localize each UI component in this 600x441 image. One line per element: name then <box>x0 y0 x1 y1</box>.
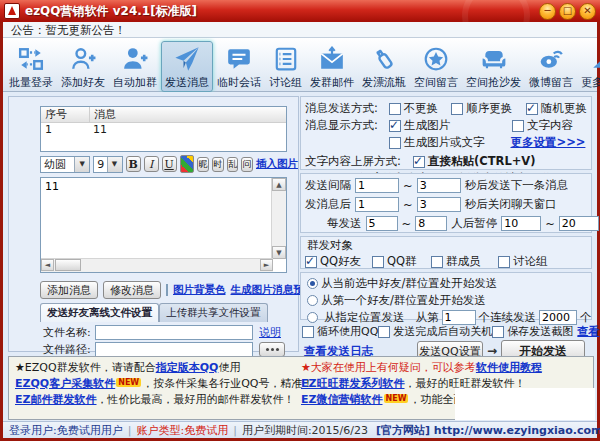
message-actions: 添加消息 修改消息 图片背景色 生成图片消息预览 <box>40 281 296 299</box>
checkbox-sequential[interactable] <box>451 103 463 115</box>
tab-offline-file[interactable]: 发送好友离线文件设置 <box>40 303 159 322</box>
message-editor-box: 11 ▲ ▼ ◄ ► <box>40 177 287 273</box>
tutorial-link[interactable]: 软件使用教程 <box>476 361 542 374</box>
bold-button[interactable]: B <box>126 156 141 172</box>
tilde: ~ <box>403 179 413 193</box>
checkbox-recycle-qq[interactable] <box>302 326 314 338</box>
minimize-button[interactable]: ─ <box>539 3 556 20</box>
tab-group-share[interactable]: 上传群共享文件设置 <box>159 303 268 322</box>
checkbox-qq-groups[interactable] <box>372 256 384 268</box>
modify-message-button[interactable]: 修改消息 <box>103 281 161 299</box>
pause-n1-input[interactable] <box>366 216 398 231</box>
toolbar-qzone-sofa[interactable]: 空间抢沙发 <box>462 41 525 92</box>
chevron-down-icon[interactable]: ▼ <box>74 157 89 172</box>
scroll-left-icon[interactable]: ◄ <box>41 259 54 271</box>
file-name-input[interactable] <box>95 325 253 340</box>
option-label: 随机更换 <box>541 101 587 116</box>
editor-vscrollbar[interactable]: ▲ ▼ <box>271 178 286 259</box>
toolbar-qzone-message[interactable]: 空间留言 <box>410 41 462 92</box>
pause-sec-max-input[interactable] <box>559 216 599 231</box>
close-button[interactable]: ✕ <box>579 3 596 20</box>
font-family-value: 幼圆 <box>41 157 74 172</box>
checkbox-save-screenshot[interactable] <box>492 326 504 338</box>
toolbar-group-mail[interactable]: 发群邮件 <box>306 41 358 92</box>
pause-n2-input[interactable] <box>415 216 447 231</box>
font-family-select[interactable]: 幼圆 ▼ <box>40 156 90 173</box>
pause-sec-min-input[interactable] <box>501 216 541 231</box>
insert-image-link[interactable]: 插入图片 <box>256 157 298 171</box>
insert-nick-button[interactable]: 昵 <box>197 157 209 172</box>
close-min-input[interactable] <box>355 197 399 212</box>
login-user-status: 登录用户:免费试用用户 <box>9 423 123 438</box>
file-help-link[interactable]: 说明 <box>259 325 281 340</box>
toolbar-auto-join-group[interactable]: 自动加群 <box>109 41 161 92</box>
checkbox-group-members[interactable] <box>431 256 443 268</box>
app-icon <box>4 3 20 19</box>
checkbox-text-content[interactable] <box>512 120 524 132</box>
italic-button[interactable]: I <box>144 156 159 172</box>
toolbar-discussion-group[interactable]: 讨论组 <box>265 41 306 92</box>
message-editor[interactable]: 11 <box>42 179 270 259</box>
font-size-select[interactable]: 9 ▼ <box>93 156 122 173</box>
message-list-row[interactable]: 1 11 <box>41 123 286 137</box>
insert-greet-button[interactable]: 问 <box>241 157 253 172</box>
toolbar-weibo-message[interactable]: 微博留言 <box>525 41 577 92</box>
bg-color-swatch[interactable] <box>166 284 168 296</box>
checkbox-image-or-text[interactable] <box>389 137 401 149</box>
close-max-input[interactable] <box>417 197 461 212</box>
radio-from-custom[interactable] <box>307 312 318 323</box>
checkbox-discussion-groups[interactable] <box>498 256 510 268</box>
radio-from-current[interactable] <box>307 278 318 289</box>
view-screenshot-link[interactable]: 查看 <box>577 324 599 339</box>
wechat-link[interactable]: EZ微信营销软件 <box>301 393 383 406</box>
from-index-input[interactable] <box>442 310 476 325</box>
white-overlay <box>455 388 595 420</box>
pause-label: 每发送 <box>327 216 362 231</box>
font-color-button[interactable] <box>180 155 195 173</box>
scroll-right-icon[interactable]: ► <box>260 259 273 271</box>
tilde: ~ <box>402 217 412 231</box>
email-sender-link[interactable]: EZ邮件群发软件 <box>15 393 97 406</box>
toolbar-drift-bottle[interactable]: 发漂流瓶 <box>358 41 410 92</box>
window-title: ezQQ营销软件 v24.1[标准版] <box>25 3 536 20</box>
qq-collector-link[interactable]: EZQQ客户采集软件 <box>15 377 115 390</box>
file-path-input[interactable] <box>95 342 253 357</box>
scroll-down-icon[interactable]: ▼ <box>272 246 286 259</box>
send-count-input[interactable] <box>539 310 577 325</box>
checkbox-qq-friends[interactable] <box>305 256 317 268</box>
wangwang-link[interactable]: EZ旺旺群发系列软件 <box>301 377 405 390</box>
add-message-button[interactable]: 添加消息 <box>40 281 98 299</box>
checkbox-random[interactable] <box>526 103 538 115</box>
image-bg-color-link[interactable]: 图片背景色 <box>173 283 226 297</box>
cell-msg: 11 <box>89 123 286 137</box>
temp-chat-icon <box>226 44 252 74</box>
official-site-link[interactable]: [官方网站] http://www.ezyingxiao.com <box>376 423 600 438</box>
underline-button[interactable]: U <box>162 156 177 172</box>
scroll-up-icon[interactable]: ▲ <box>272 178 286 191</box>
checkbox-paste[interactable] <box>413 156 425 168</box>
editor-hscrollbar[interactable]: ◄ ► <box>41 258 273 272</box>
qq-version-link[interactable]: 指定版本QQ <box>156 361 219 374</box>
maximize-button[interactable]: □ <box>559 3 576 20</box>
toolbar-add-friend[interactable]: 添加好友 <box>57 41 109 92</box>
toolbar-temp-chat[interactable]: 临时会话 <box>213 41 265 92</box>
checkbox-generate-image[interactable] <box>389 120 401 132</box>
interval-max-input[interactable] <box>417 178 461 193</box>
checkbox-auto-shutdown[interactable] <box>378 326 390 338</box>
message-list[interactable]: 序号 消息 1 11 <box>40 106 287 152</box>
toolbar-more-settings[interactable]: 更多设置 <box>577 41 600 92</box>
radio-from-first[interactable] <box>307 295 318 306</box>
chevron-down-icon[interactable]: ▼ <box>107 157 122 172</box>
insert-time-button[interactable]: 时 <box>212 157 224 172</box>
promo-line-1-right: ★大家在使用上有何疑问，可以参考软件使用教程 <box>301 360 542 375</box>
browse-button[interactable] <box>259 342 285 357</box>
more-settings-link[interactable]: 更多设置>>> <box>511 135 586 150</box>
interval-row: 发送间隔 ~ 秒后发送下一条消息 <box>305 178 587 193</box>
toolbar-send-message[interactable]: 发送消息 <box>161 41 213 92</box>
checkbox-no-change[interactable] <box>389 103 401 115</box>
scroll-thumb[interactable] <box>55 259 81 271</box>
display-mode-row: 消息显示方式: 生成图片 文字内容 <box>305 118 587 133</box>
interval-min-input[interactable] <box>355 178 399 193</box>
insert-random-button[interactable]: 乱 <box>227 157 239 172</box>
toolbar-batch-login[interactable]: 批量登录 <box>5 41 57 92</box>
